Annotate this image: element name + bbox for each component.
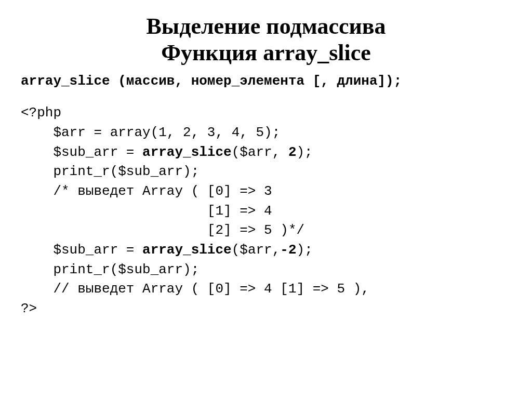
code-line: ); bbox=[297, 144, 313, 160]
code-line: $sub_arr = bbox=[21, 242, 142, 258]
slide-container: Выделение подмассива Функция array_slice… bbox=[0, 0, 532, 399]
code-line: print_r($sub_arr); bbox=[21, 262, 199, 277]
code-line: ); bbox=[297, 242, 313, 258]
code-literal: 2 bbox=[288, 144, 297, 160]
code-keyword: array_slice bbox=[142, 242, 232, 258]
title-line-2: Функция array_slice bbox=[161, 40, 371, 65]
code-literal: -2 bbox=[280, 242, 296, 258]
code-comment: // выведет Array ( [0] => 4 [1] => 5 ), bbox=[21, 281, 369, 297]
code-line: ($arr, bbox=[232, 242, 281, 258]
title-line-1: Выделение подмассива bbox=[146, 14, 385, 39]
code-keyword: array_slice bbox=[142, 144, 232, 160]
code-line: ?> bbox=[21, 301, 37, 316]
code-comment: /* выведет Array ( [0] => 3 bbox=[21, 183, 272, 199]
code-block: <?php $arr = array(1, 2, 3, 4, 5); $sub_… bbox=[21, 103, 511, 319]
slide-title: Выделение подмассива Функция array_slice bbox=[21, 14, 511, 66]
code-line: <?php bbox=[21, 105, 61, 121]
code-comment: [2] => 5 )*/ bbox=[21, 222, 304, 238]
code-comment: [1] => 4 bbox=[21, 203, 272, 219]
function-syntax: array_slice (массив, номер_элемента [, д… bbox=[21, 73, 511, 89]
code-line: $sub_arr = bbox=[21, 144, 142, 160]
code-line: ($arr, bbox=[232, 144, 288, 160]
code-line: print_r($sub_arr); bbox=[21, 164, 199, 179]
code-line: $arr = array(1, 2, 3, 4, 5); bbox=[21, 125, 280, 140]
